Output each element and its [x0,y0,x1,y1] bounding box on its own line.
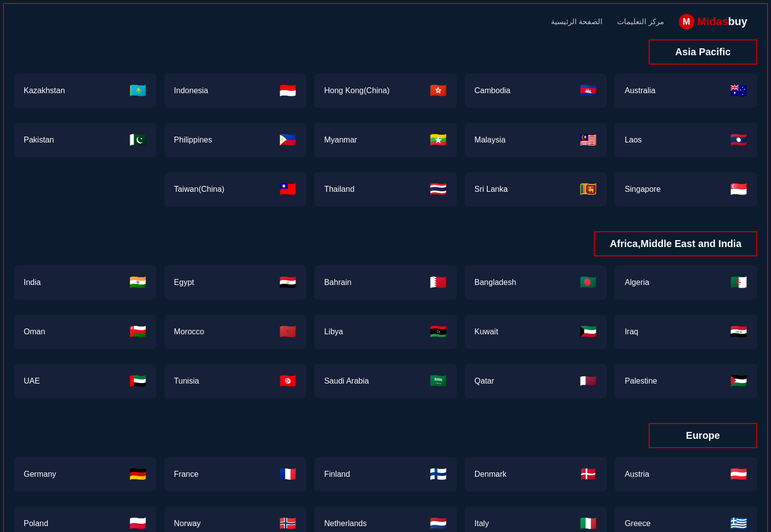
country-flag: 🇮🇶 [730,325,747,339]
country-card-qatar[interactable]: Qatar🇶🇦 [465,364,607,398]
country-flag: 🇫🇷 [279,467,296,481]
country-card-france[interactable]: France🇫🇷 [164,457,307,492]
logo-text: Midasbuy [698,15,747,28]
section-europe: EuropeGermany🇩🇪France🇫🇷Finland🇫🇮Denmark🇩… [14,423,757,532]
country-card-austria[interactable]: Austria🇦🇹 [615,457,757,492]
country-flag: 🇮🇩 [279,84,296,98]
country-card-denmark[interactable]: Denmark🇩🇰 [465,457,607,492]
country-card-palestine[interactable]: Palestine🇵🇸 [615,364,757,398]
country-flag: 🇵🇸 [730,374,747,388]
country-name-label: Australia [624,86,655,95]
country-card-egypt[interactable]: Egypt🇪🇬 [164,265,307,300]
home-link[interactable]: الصفحة الرئيسية [551,17,602,26]
country-card-bahrain[interactable]: Bahrain🇧🇭 [314,265,457,300]
country-card-laos[interactable]: Laos🇱🇦 [615,123,757,157]
country-name-label: Myanmar [324,136,357,144]
country-flag: 🇬🇷 [730,517,747,531]
country-card-norway[interactable]: Norway🇳🇴 [164,506,307,532]
country-name-label: Italy [475,519,489,528]
country-card-iraq[interactable]: Iraq🇮🇶 [615,315,757,349]
country-name-label: Bahrain [324,278,351,287]
country-card-sri-lanka[interactable]: Sri Lanka🇱🇰 [465,172,607,207]
country-card-italy[interactable]: Italy🇮🇹 [465,506,607,532]
country-name-label: Norway [174,519,201,528]
country-card-kuwait[interactable]: Kuwait🇰🇼 [465,315,607,349]
country-flag: 🇧🇭 [430,276,447,289]
logo: M Midasbuy [679,14,747,30]
country-card-poland[interactable]: Poland🇵🇱 [14,506,156,532]
section-title-asia-pacific: Asia Pacific [649,39,757,65]
country-row: Oman🇴🇲Morocco🇲🇦Libya🇱🇾Kuwait🇰🇼Iraq🇮🇶 [14,315,757,349]
country-card-indonesia[interactable]: Indonesia🇮🇩 [164,73,307,108]
country-flag: 🇸🇦 [430,374,447,388]
country-card-cambodia[interactable]: Cambodia🇰🇭 [465,73,607,108]
country-flag: 🇦🇹 [730,467,747,481]
country-card-australia[interactable]: Australia🇦🇺 [615,73,757,108]
country-name-label: Sri Lanka [475,185,508,194]
country-flag: 🇹🇭 [430,182,447,196]
section-title-europe: Europe [649,423,757,448]
country-card-bangladesh[interactable]: Bangladesh🇧🇩 [465,265,607,300]
country-card-singapore[interactable]: Singapore🇸🇬 [615,172,757,207]
country-card-morocco[interactable]: Morocco🇲🇦 [164,315,307,349]
country-name-label: Netherlands [324,519,367,528]
country-flag: 🇵🇰 [129,133,147,147]
country-card-algeria[interactable]: Algeria🇩🇿 [615,265,757,300]
country-row: Germany🇩🇪France🇫🇷Finland🇫🇮Denmark🇩🇰Austr… [14,457,757,492]
country-card-myanmar[interactable]: Myanmar🇲🇲 [314,123,457,157]
country-card-india[interactable]: India🇮🇳 [14,265,156,300]
country-name-label: Qatar [475,377,494,386]
country-card-oman[interactable]: Oman🇴🇲 [14,315,156,349]
country-flag: 🇰🇼 [580,325,597,339]
country-name-label: Cambodia [475,86,511,95]
country-card-netherlands[interactable]: Netherlands🇳🇱 [314,506,457,532]
country-card-taiwan-china-[interactable]: Taiwan(China)🇹🇼 [164,172,307,207]
country-row: Taiwan(China)🇹🇼Thailand🇹🇭Sri Lanka🇱🇰Sing… [14,172,757,207]
settings-link[interactable]: مركز التعليمات [617,17,663,26]
country-flag: 🇩🇪 [129,467,147,481]
country-name-label: Indonesia [174,86,208,95]
section-header-africa-middle-east-india: Africa,Middle East and India [14,231,757,256]
country-flag: 🇲🇦 [279,325,296,339]
country-card-greece[interactable]: Greece🇬🇷 [615,506,757,532]
country-card-germany[interactable]: Germany🇩🇪 [14,457,156,492]
country-name-label: Taiwan(China) [174,185,224,194]
country-flag: 🇧🇩 [580,276,597,289]
main-container: الصفحة الرئيسية مركز التعليمات M Midasbu… [3,3,768,532]
country-card-tunisia[interactable]: Tunisia🇹🇳 [164,364,307,398]
country-card-libya[interactable]: Libya🇱🇾 [314,315,457,349]
country-name-label: Singapore [624,185,661,194]
country-flag: 🇰🇿 [129,84,147,98]
country-card-malaysia[interactable]: Malaysia🇲🇾 [465,123,607,157]
country-flag: 🇵🇱 [129,517,147,531]
country-flag: 🇫🇮 [430,467,447,481]
section-header-asia-pacific: Asia Pacific [14,39,757,65]
country-name-label: Thailand [324,185,354,194]
country-flag: 🇮🇳 [129,276,147,289]
country-flag: 🇰🇭 [580,84,597,98]
country-flag: 🇭🇰 [430,84,447,98]
country-card-kazakhstan[interactable]: Kazakhstan🇰🇿 [14,73,156,108]
country-card-pakistan[interactable]: Pakistan🇵🇰 [14,123,156,157]
country-card-hong-kong-china-[interactable]: Hong Kong(China)🇭🇰 [314,73,457,108]
country-name-label: Tunisia [174,377,199,386]
country-flag: 🇦🇪 [129,374,147,388]
country-card-thailand[interactable]: Thailand🇹🇭 [314,172,457,207]
country-flag: 🇳🇱 [430,517,447,531]
country-flag: 🇲🇲 [430,133,447,147]
country-flag: 🇳🇴 [279,517,296,531]
country-name-label: Denmark [475,470,507,479]
country-row: Pakistan🇵🇰Philippines🇵🇭Myanmar🇲🇲Malaysia… [14,123,757,157]
country-card-philippines[interactable]: Philippines🇵🇭 [164,123,307,157]
country-name-label: Oman [24,327,45,336]
section-africa-middle-east-india: Africa,Middle East and IndiaIndia🇮🇳Egypt… [14,231,757,398]
country-flag: 🇱🇰 [580,182,597,196]
country-name-label: Palestine [624,377,657,386]
country-card-finland[interactable]: Finland🇫🇮 [314,457,457,492]
country-name-label: Greece [624,519,650,528]
country-name-label: Malaysia [475,136,506,144]
empty-card [14,172,156,207]
country-card-saudi-arabia[interactable]: Saudi Arabia🇸🇦 [314,364,457,398]
country-card-uae[interactable]: UAE🇦🇪 [14,364,156,398]
header: الصفحة الرئيسية مركز التعليمات M Midasbu… [14,9,757,39]
